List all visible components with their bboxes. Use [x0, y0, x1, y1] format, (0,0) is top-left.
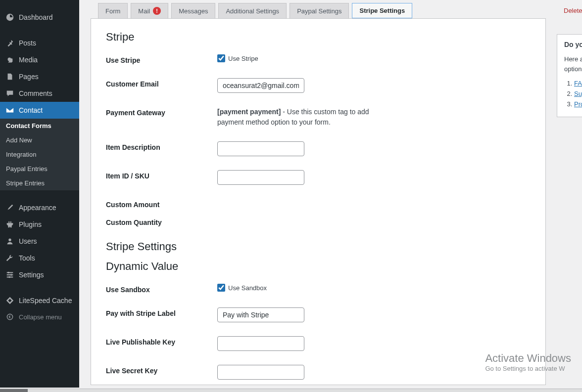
section-heading-stripe: Stripe	[106, 31, 531, 44]
svg-point-2	[8, 276, 10, 278]
label-item-sku: Item ID / SKU	[106, 170, 217, 180]
delete-link[interactable]: Delete	[557, 0, 582, 14]
menu-tools[interactable]: Tools	[0, 250, 79, 266]
input-item-description[interactable]	[217, 141, 304, 156]
menu-dashboard[interactable]: Dashboard	[0, 9, 79, 26]
pages-icon	[5, 72, 15, 81]
input-stripe-button-label[interactable]	[217, 307, 304, 322]
tab-label: Mail	[138, 7, 150, 15]
bottom-strip	[0, 389, 582, 392]
checkbox-label: Use Stripe	[228, 55, 258, 62]
menu-label: Users	[19, 237, 37, 245]
collapse-menu[interactable]: Collapse menu	[0, 309, 79, 325]
menu-comments[interactable]: Comments	[0, 85, 79, 102]
input-customer-email[interactable]	[217, 78, 304, 93]
alert-icon: !	[153, 7, 161, 15]
label-use-stripe: Use Stripe	[106, 54, 217, 64]
menu-label: Media	[19, 56, 38, 64]
tab-label: Form	[105, 7, 120, 15]
plugin-icon	[5, 220, 15, 229]
payment-gateway-hint: [payment payment] - Use this custom tag …	[217, 107, 376, 128]
section-heading-stripe-settings: Stripe Settings	[106, 240, 531, 253]
submenu-contact-forms[interactable]: Contact Forms	[0, 119, 79, 133]
mail-icon	[5, 106, 15, 115]
comment-icon	[5, 89, 15, 98]
help-item-faq: FAQ and docs	[574, 80, 582, 87]
tab-mail[interactable]: Mail !	[131, 3, 168, 18]
tab-stripe-settings[interactable]: Stripe Settings	[352, 3, 412, 18]
brush-icon	[5, 203, 15, 212]
label-live-publishable-key: Live Publishable Key	[106, 336, 217, 346]
help-item-pro: Professional services	[574, 100, 582, 108]
payment-tag: [payment payment]	[217, 108, 281, 116]
collapse-icon	[5, 313, 15, 321]
menu-label: Appearance	[19, 204, 56, 212]
menu-label: Plugins	[19, 220, 42, 228]
menu-settings[interactable]: Settings	[0, 266, 79, 283]
pin-icon	[5, 39, 15, 47]
svg-point-0	[8, 272, 10, 274]
checkbox-use-sandbox[interactable]	[217, 284, 225, 292]
input-item-sku[interactable]	[217, 170, 304, 185]
help-heading: Do you need help?	[564, 41, 582, 48]
section-heading-dynamic-value: Dynamic Value	[106, 260, 531, 273]
menu-label: Contact	[19, 106, 43, 114]
submenu-contact: Contact Forms Add New Integration Paypal…	[0, 119, 79, 190]
menu-label: LiteSpeed Cache	[19, 297, 72, 305]
sliders-icon	[5, 270, 15, 279]
help-box: Do you need help? Here are some availabl…	[557, 34, 582, 117]
content-area: Form Mail ! Messages Additional Settings…	[79, 0, 582, 388]
litespeed-icon	[5, 296, 15, 305]
menu-plugins[interactable]: Plugins	[0, 216, 79, 233]
label-use-sandbox: Use Sandbox	[106, 284, 217, 294]
menu-posts[interactable]: Posts	[0, 35, 79, 51]
menu-media[interactable]: Media	[0, 51, 79, 68]
collapse-label: Collapse menu	[19, 313, 62, 321]
tab-label: Paypal Settings	[297, 7, 341, 15]
admin-sidebar: Dashboard Posts Media Pages Comments Con…	[0, 0, 79, 388]
tab-label: Stripe Settings	[359, 7, 405, 14]
submenu-integration[interactable]: Integration	[0, 147, 79, 162]
tab-messages[interactable]: Messages	[171, 3, 215, 18]
submenu-add-new[interactable]: Add New	[0, 133, 79, 147]
tab-paypal-settings[interactable]: Paypal Settings	[290, 3, 349, 18]
wrench-icon	[5, 254, 15, 262]
link-support[interactable]: Support forums	[574, 90, 582, 97]
label-item-description: Item Description	[106, 141, 217, 151]
menu-label: Settings	[19, 271, 44, 279]
checkbox-use-stripe[interactable]	[217, 54, 225, 62]
tab-label: Messages	[179, 7, 208, 15]
svg-point-3	[7, 314, 12, 319]
submenu-paypal-entries[interactable]: Paypal Entries	[0, 162, 79, 176]
submenu-stripe-entries[interactable]: Stripe Entries	[0, 176, 79, 190]
menu-contact[interactable]: Contact	[0, 102, 79, 119]
tab-form[interactable]: Form	[98, 3, 128, 18]
tab-bar: Form Mail ! Messages Additional Settings…	[98, 3, 582, 18]
label-customer-email: Customer Email	[106, 78, 217, 88]
tab-label: Additional Settings	[226, 7, 279, 15]
menu-litespeed[interactable]: LiteSpeed Cache	[0, 292, 79, 309]
link-faq[interactable]: FAQ	[574, 80, 582, 87]
bottom-strip-dark	[0, 389, 28, 392]
label-live-secret-key: Live Secret Key	[106, 365, 217, 375]
label-custom-quantity: Custom Quantity	[106, 217, 217, 226]
tab-additional-settings[interactable]: Additional Settings	[218, 3, 287, 18]
menu-pages[interactable]: Pages	[0, 68, 79, 85]
label-custom-amount: Custom Amount	[106, 199, 217, 209]
menu-appearance[interactable]: Appearance	[0, 199, 79, 216]
label-stripe-button-text: Pay with Stripe Label	[106, 307, 217, 317]
input-live-secret-key[interactable]	[217, 365, 304, 380]
input-live-publishable-key[interactable]	[217, 336, 304, 351]
label-payment-gateway: Payment Gateway	[106, 107, 217, 117]
user-icon	[5, 237, 15, 246]
stripe-settings-panel: Stripe Use Stripe Use Stripe Customer Em…	[91, 18, 546, 385]
svg-point-1	[10, 274, 12, 276]
menu-users[interactable]: Users	[0, 233, 79, 250]
help-intro: Here are some available options to solve…	[564, 54, 582, 74]
right-column: Delete Do you need help? Here are some a…	[557, 0, 582, 117]
media-icon	[5, 55, 15, 64]
link-pro[interactable]: Professional services	[574, 100, 582, 108]
menu-label: Posts	[19, 39, 36, 47]
dashboard-icon	[5, 13, 15, 22]
menu-label: Tools	[19, 254, 35, 262]
